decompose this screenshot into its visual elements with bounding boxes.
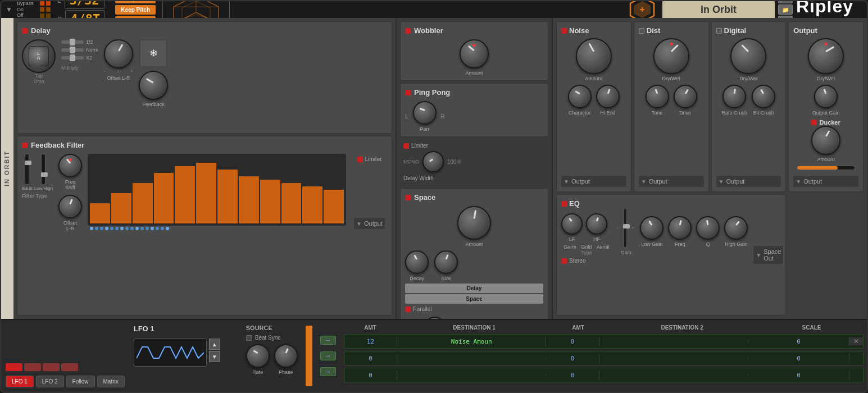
eq-low-gain-knob[interactable] [640, 216, 664, 240]
beat-sync-indicator[interactable] [246, 335, 252, 341]
digital-rc-knob[interactable] [722, 85, 746, 108]
lfo2-button[interactable]: LFO 2 [36, 376, 64, 387]
matrix-button[interactable]: Matrix [97, 376, 125, 387]
filter-indicator[interactable] [22, 143, 28, 148]
follow-button[interactable]: Follow [66, 376, 95, 387]
noise-hi-knob[interactable] [596, 85, 620, 108]
eq-bar[interactable] [111, 193, 131, 223]
matrix-amt2-1[interactable]: 0 [546, 354, 599, 363]
preset-up-button[interactable]: ▲ [778, 0, 793, 3]
matrix-amt-1[interactable]: 0 [344, 354, 397, 363]
rate-knob[interactable] [246, 344, 270, 368]
pan-knob[interactable] [413, 101, 437, 125]
lfo-waveform[interactable] [134, 339, 207, 367]
lfo1-button[interactable]: LFO 1 [6, 376, 34, 387]
matrix-dest1-2[interactable] [397, 374, 546, 376]
eq-bar[interactable] [281, 183, 302, 223]
dropdown-arrow-icon[interactable]: ▼ [6, 6, 12, 13]
matrix-amt-0[interactable]: 12 [344, 337, 397, 346]
eq-lf-knob[interactable] [561, 213, 583, 235]
noise-char-knob[interactable] [568, 85, 592, 108]
wobbler-amount-knob[interactable] [460, 39, 489, 68]
matrix-amt2-0[interactable]: 0 [546, 337, 599, 346]
size-knob[interactable] [434, 250, 458, 274]
freeze-button[interactable]: ❄ [139, 39, 167, 67]
digital-dw-knob[interactable] [730, 38, 766, 74]
eq-bar[interactable] [260, 180, 280, 223]
dist-tone-knob[interactable] [646, 85, 669, 108]
noise-indicator[interactable] [561, 28, 567, 34]
dist-drive-knob[interactable] [674, 85, 697, 108]
matrix-dest1-0[interactable]: Noise Amoun [397, 337, 546, 346]
eq-bar[interactable] [133, 183, 153, 223]
norm-slider[interactable] [61, 48, 84, 52]
digital-bc-knob[interactable] [752, 85, 775, 108]
offset-lr-knob[interactable] [104, 39, 133, 68]
preset-name[interactable]: In Orbit [662, 0, 775, 20]
matrix-scale-2[interactable]: 0 [748, 371, 849, 380]
freq-shift-knob[interactable] [58, 154, 82, 177]
x2-slider[interactable] [61, 56, 84, 60]
phase-knob[interactable] [274, 344, 298, 368]
sync-button[interactable]: Sync [115, 0, 156, 3]
lfo-up-button[interactable]: ▲ [209, 339, 220, 350]
eq-indicator[interactable] [561, 201, 567, 207]
output-dw-knob[interactable] [808, 38, 844, 74]
eq-freq-knob[interactable] [668, 216, 692, 240]
space-out-row[interactable]: ▼ Space Out [753, 246, 783, 264]
dist-output-row[interactable]: ▼ Output [639, 176, 704, 187]
matrix-amt2-2[interactable]: 0 [546, 371, 599, 380]
eq-bar[interactable] [217, 170, 238, 223]
eq-q-knob[interactable] [696, 216, 720, 240]
ducker-amount-knob[interactable] [811, 126, 840, 155]
eq-high-gain-knob[interactable] [724, 216, 748, 240]
ducker-slider[interactable] [797, 166, 855, 170]
parallel-indicator[interactable] [405, 307, 411, 312]
route-arrow-1[interactable]: → [320, 336, 336, 345]
low-high-slider[interactable] [41, 154, 46, 185]
eq-bar[interactable] [324, 190, 344, 223]
matrix-amt-2[interactable]: 0 [344, 371, 397, 380]
feedback-knob[interactable] [139, 71, 168, 100]
matrix-dest2-2[interactable] [599, 374, 748, 376]
filter-offset-knob[interactable] [58, 195, 82, 218]
route-arrow-3[interactable]: → [320, 367, 336, 376]
space-width-knob[interactable] [424, 317, 446, 319]
eq-hf-knob[interactable] [586, 213, 607, 235]
route-arrow-2[interactable]: → [320, 351, 336, 360]
matrix-scale-1[interactable]: 0 [748, 354, 849, 363]
noise-output-row[interactable]: ▼ Output [561, 176, 626, 187]
half-slider[interactable] [61, 40, 84, 44]
eq-bars[interactable] [88, 154, 346, 226]
output-output-row[interactable]: ▼ Output [793, 176, 858, 187]
gain-slider[interactable] [624, 208, 627, 248]
noise-amount-knob[interactable] [576, 38, 612, 74]
eq-bar[interactable] [239, 176, 259, 223]
eq-bar[interactable] [302, 186, 322, 223]
digital-indicator[interactable] [716, 28, 722, 34]
eq-bar[interactable] [196, 163, 216, 223]
space-amount-knob[interactable] [457, 206, 491, 240]
delay-width-knob[interactable] [422, 151, 444, 172]
delay-indicator[interactable] [22, 28, 28, 34]
digital-output-row[interactable]: ▼ Output [716, 176, 781, 187]
matrix-dest2-0[interactable] [599, 340, 748, 342]
eq-bar[interactable] [175, 166, 195, 223]
delay-routing-btn[interactable]: Delay [405, 284, 543, 293]
limiter-indicator[interactable] [357, 157, 363, 162]
dist-dw-knob[interactable] [653, 38, 689, 74]
preset-folder-button[interactable]: 📁 [778, 4, 793, 15]
space-routing-btn[interactable]: Space [405, 294, 543, 304]
dist-indicator[interactable] [639, 28, 644, 34]
matrix-dest2-1[interactable] [599, 357, 748, 359]
space-indicator[interactable] [405, 195, 411, 200]
ducker-indicator[interactable] [811, 120, 817, 125]
delay-limiter-indicator[interactable] [403, 143, 409, 149]
keep-pitch-button[interactable]: Keep Pitch [115, 5, 156, 15]
output-gain-knob[interactable] [814, 85, 838, 108]
matrix-dest1-1[interactable] [397, 357, 546, 359]
left-tempo[interactable]: 3/32 [65, 0, 104, 9]
eq-bar[interactable] [154, 173, 174, 223]
matrix-scale-0[interactable]: 0 [748, 337, 849, 346]
lfo-down-button[interactable]: ▼ [209, 351, 220, 362]
